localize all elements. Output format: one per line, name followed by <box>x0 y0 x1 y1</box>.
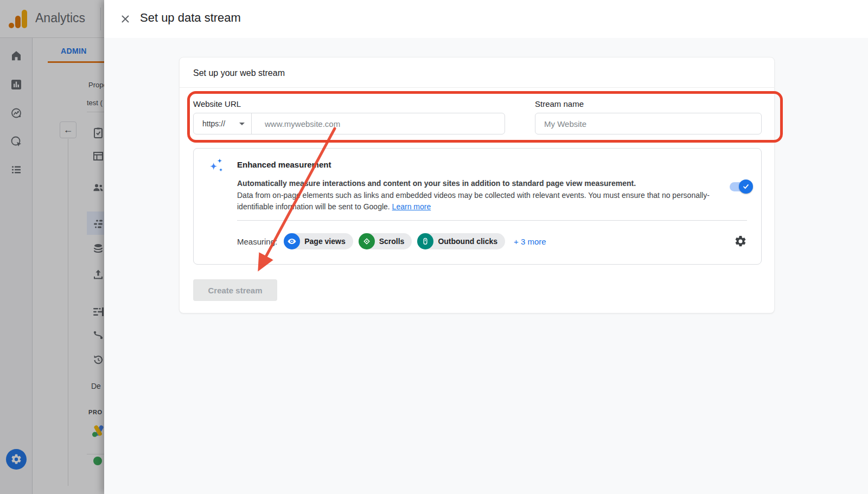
learn-more-link[interactable]: Learn more <box>392 202 431 211</box>
enhanced-measurement-title: Enhanced measurement <box>237 160 331 169</box>
enhanced-measurement-toggle[interactable] <box>730 182 751 191</box>
stream-name-label: Stream name <box>535 99 584 108</box>
measuring-row: Measuring: Page views Scrolls <box>237 233 747 249</box>
enhanced-measurement-box: Enhanced measurement Automatically measu… <box>193 148 762 265</box>
scroll-icon <box>359 233 375 249</box>
screen: Analytics ADMIN Prope test ( ← De PRO <box>0 0 868 494</box>
mouse-icon <box>417 233 433 249</box>
enhanced-measurement-description: Automatically measure interactions and c… <box>237 178 719 213</box>
divider <box>180 87 774 88</box>
panel-header: Set up data stream <box>104 0 868 38</box>
website-url-group: https:// <box>193 113 505 134</box>
description-rest: Data from on-page elements such as links… <box>237 191 710 211</box>
chip-label: Page views <box>304 237 346 246</box>
gear-icon[interactable] <box>734 235 747 248</box>
protocol-value: https:// <box>202 119 225 128</box>
sparkle-icon <box>208 157 224 174</box>
website-url-label: Website URL <box>193 99 241 108</box>
chip-label: Scrolls <box>379 237 405 246</box>
stream-name-input[interactable] <box>535 113 762 134</box>
chip-page-views: Page views <box>284 233 353 249</box>
chip-label: Outbound clicks <box>438 237 497 246</box>
setup-data-stream-panel: Set up data stream Set up your web strea… <box>104 0 868 494</box>
create-stream-button[interactable]: Create stream <box>193 279 277 301</box>
measuring-label: Measuring: <box>237 237 277 246</box>
description-bold: Automatically measure interactions and c… <box>237 178 719 190</box>
protocol-dropdown[interactable]: https:// <box>194 113 252 134</box>
chevron-down-icon <box>239 123 245 125</box>
toggle-thumb <box>739 179 753 194</box>
close-icon[interactable] <box>119 13 131 25</box>
modal-scrim <box>0 0 104 494</box>
card-heading: Set up your web stream <box>193 68 285 78</box>
chip-scrolls: Scrolls <box>359 233 412 249</box>
divider <box>237 220 747 221</box>
eye-icon <box>284 233 300 249</box>
check-icon <box>742 183 750 190</box>
chip-outbound-clicks: Outbound clicks <box>417 233 505 249</box>
panel-body: Set up your web stream Website URL https… <box>104 38 868 494</box>
panel-title: Set up data stream <box>140 11 241 25</box>
more-measurements-link[interactable]: + 3 more <box>514 237 546 246</box>
web-stream-card: Set up your web stream Website URL https… <box>179 57 775 313</box>
website-url-input[interactable] <box>252 113 505 134</box>
